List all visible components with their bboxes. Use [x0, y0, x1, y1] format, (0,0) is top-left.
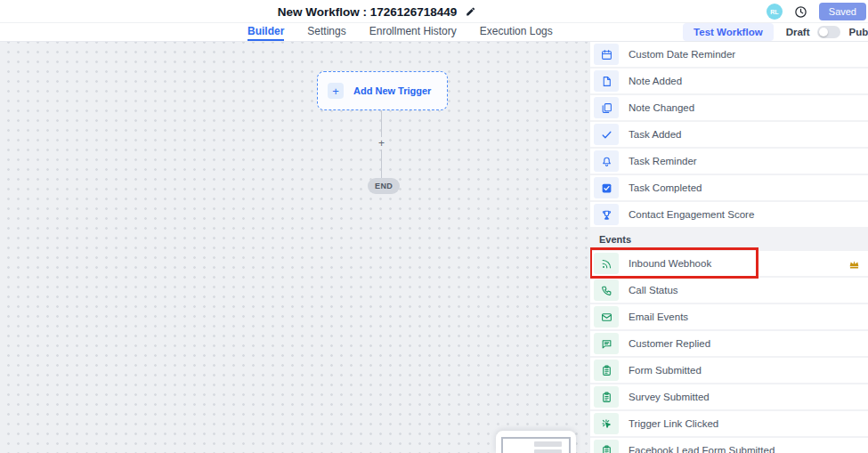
premium-crown-icon: [848, 258, 860, 274]
clipboard-icon: [601, 445, 612, 453]
icon-strip: [594, 253, 619, 274]
test-workflow-button[interactable]: Test Workflow: [683, 23, 774, 41]
trigger-item-label: Survey Submitted: [629, 392, 710, 402]
saved-button[interactable]: Saved: [819, 3, 866, 20]
bell-icon: [601, 156, 612, 167]
trophy-icon: [601, 209, 612, 221]
add-trigger-label: Add New Trigger: [353, 85, 431, 96]
add-new-trigger-button[interactable]: + Add New Trigger: [317, 71, 448, 110]
preview-skeleton: [501, 437, 571, 453]
icon-strip: [594, 413, 619, 434]
icon-strip: [594, 204, 619, 225]
trigger-item-contact-engagement-score[interactable]: Contact Engagement Score: [590, 202, 868, 227]
mail-icon: [601, 311, 612, 323]
tab-settings[interactable]: Settings: [307, 23, 345, 41]
trigger-item-label: Email Events: [629, 311, 688, 322]
clipboard-icon: [601, 392, 612, 403]
trigger-item-task-completed[interactable]: Task Completed: [590, 175, 868, 200]
trigger-item-note-changed[interactable]: Note Changed: [590, 95, 868, 120]
edit-title-icon[interactable]: [465, 6, 475, 17]
skeleton-bar: [534, 441, 562, 447]
trigger-item-label: Note Changed: [629, 102, 694, 113]
clipboard-icon: [601, 365, 612, 376]
trigger-item-label: Inbound Webhook: [629, 258, 711, 269]
icon-strip: [594, 386, 619, 408]
trigger-item-label: Task Completed: [629, 182, 702, 193]
add-step-icon[interactable]: +: [376, 137, 387, 150]
icon-strip: [594, 97, 619, 118]
check-icon: [601, 129, 612, 141]
note-icon: [601, 76, 612, 87]
plus-icon: +: [328, 83, 344, 99]
trigger-item-label: Form Submitted: [629, 365, 702, 376]
icon-strip: [594, 306, 619, 328]
header-controls: RL Saved: [767, 0, 866, 23]
page-title: New Workflow : 1726126718449: [278, 5, 458, 19]
workflow-actions: Test Workflow Draft Publish: [683, 23, 868, 41]
trigger-item-label: Contact Engagement Score: [629, 209, 754, 220]
cursor-click-icon: [601, 418, 612, 430]
phone-icon: [601, 285, 612, 296]
toggle-knob: [819, 28, 828, 36]
trigger-item-custom-date-reminder[interactable]: Custom Date Reminder: [590, 42, 868, 67]
notes-copy-icon: [601, 102, 612, 114]
icon-strip: [594, 70, 619, 92]
trigger-item-task-added[interactable]: Task Added: [590, 122, 868, 147]
workflow-canvas[interactable]: + Add New Trigger + END: [0, 42, 590, 453]
icon-strip: [594, 44, 619, 65]
publish-toggle[interactable]: [817, 26, 840, 38]
trigger-item-note-added[interactable]: Note Added: [590, 69, 868, 93]
trigger-item-survey-submitted[interactable]: Survey Submitted: [590, 384, 868, 409]
trigger-item-inbound-webhook[interactable]: Inbound Webhook: [590, 251, 868, 276]
trigger-item-form-submitted[interactable]: Form Submitted: [590, 358, 868, 383]
calendar-icon: [601, 49, 612, 61]
trigger-item-label: Task Reminder: [629, 156, 697, 166]
tab-enrollment-history[interactable]: Enrollment History: [369, 23, 457, 41]
workflow-builder-app: New Workflow : 1726126718449 RL Saved Bu…: [0, 0, 868, 453]
trigger-item-label: Custom Date Reminder: [629, 49, 735, 60]
avatar[interactable]: RL: [767, 4, 783, 20]
check-square-icon: [601, 182, 612, 194]
trigger-sidebar: Custom Date Reminder Note Added Note Cha…: [590, 42, 868, 453]
tab-builder[interactable]: Builder: [247, 23, 284, 41]
draft-label: Draft: [786, 27, 810, 37]
trigger-item-label: Customer Replied: [629, 338, 710, 349]
trigger-item-label: Trigger Link Clicked: [629, 418, 718, 429]
icon-strip: [594, 440, 619, 453]
events-section-header: Events: [590, 234, 868, 246]
trigger-item-facebook-lead-form-submitted[interactable]: Facebook Lead Form Submitted: [590, 438, 868, 453]
trigger-item-label: Facebook Lead Form Submitted: [629, 445, 775, 453]
chat-icon: [601, 338, 612, 350]
end-node: END: [368, 178, 400, 194]
icon-strip: [594, 333, 619, 354]
history-icon[interactable]: [794, 5, 807, 19]
trigger-item-customer-replied[interactable]: Customer Replied: [590, 331, 868, 356]
workflow-title-group: New Workflow : 1726126718449: [278, 0, 476, 23]
trigger-item-email-events[interactable]: Email Events: [590, 304, 868, 329]
tabs: Builder Settings Enrollment History Exec…: [247, 23, 553, 41]
skeleton-bar: [534, 449, 562, 453]
top-header: New Workflow : 1726126718449 RL Saved: [0, 0, 868, 23]
trigger-item-label: Task Added: [629, 129, 681, 140]
trigger-item-call-status[interactable]: Call Status: [590, 278, 868, 303]
icon-strip: [594, 150, 619, 172]
tab-execution-logs[interactable]: Execution Logs: [480, 23, 553, 41]
trigger-item-label: Call Status: [629, 285, 678, 295]
icon-strip: [594, 360, 619, 381]
webhook-icon: [601, 258, 612, 270]
icon-strip: [594, 124, 619, 145]
bottom-preview-panel: [496, 431, 576, 453]
trigger-item-trigger-link-clicked[interactable]: Trigger Link Clicked: [590, 411, 868, 436]
icon-strip: [594, 177, 619, 198]
trigger-item-task-reminder[interactable]: Task Reminder: [590, 149, 868, 174]
icon-strip: [594, 279, 619, 301]
publish-label: Publish: [848, 27, 868, 37]
tab-bar: Builder Settings Enrollment History Exec…: [0, 23, 868, 42]
trigger-item-label: Note Added: [629, 76, 682, 86]
